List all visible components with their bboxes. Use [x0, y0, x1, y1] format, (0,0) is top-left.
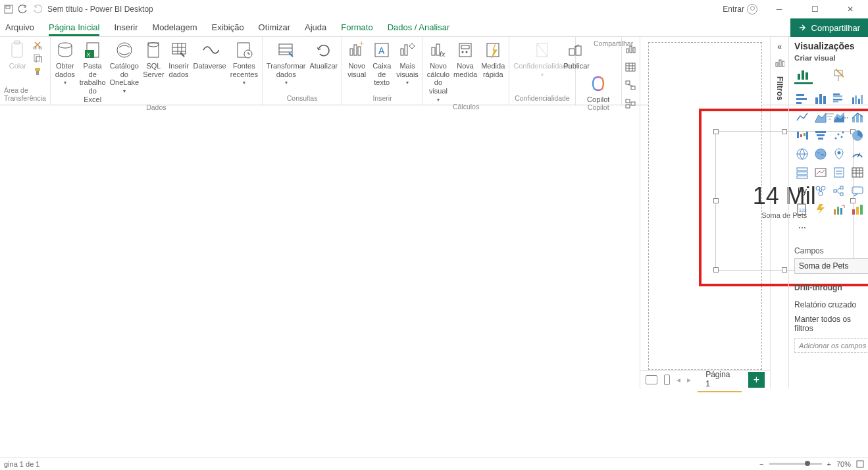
more-visuals-button[interactable]: Mais visuais▾ [396, 39, 419, 86]
desktop-layout-icon[interactable] [646, 375, 657, 384]
area-chart-icon[interactable] [813, 109, 829, 125]
map-icon[interactable] [794, 146, 810, 162]
zoom-out-button[interactable]: − [759, 460, 763, 468]
line-stacked-column-icon[interactable] [850, 109, 865, 125]
key-influencers-icon[interactable] [813, 183, 829, 199]
multi-row-card-icon[interactable] [794, 165, 810, 180]
copy-icon[interactable] [32, 53, 43, 63]
svg-rect-22 [354, 45, 357, 55]
tab-otimizar[interactable]: Otimizar [259, 22, 290, 36]
recent-sources-button[interactable]: Fontes recentes▾ [230, 39, 258, 86]
pie-icon[interactable] [850, 128, 865, 144]
new-visual-calc-button[interactable]: fxNovo cálculo do visual▾ [427, 39, 449, 103]
more-ellipsis-icon[interactable]: ⋯ [794, 220, 810, 236]
tab-ajuda[interactable]: Ajuda [305, 22, 326, 36]
power-automate-icon[interactable] [813, 201, 829, 217]
next-page-icon[interactable]: ▸ [687, 375, 691, 384]
maximize-button[interactable]: ☐ [801, 0, 829, 18]
cut-icon[interactable] [32, 39, 43, 50]
azure-map-icon[interactable] [831, 146, 847, 162]
redo-icon[interactable] [33, 5, 42, 14]
text-box-button[interactable]: ACaixa de texto [371, 39, 392, 87]
fit-page-icon[interactable] [856, 460, 864, 468]
excel-workbook-button[interactable]: xPasta de trabalho do Excel [80, 39, 106, 103]
onelake-button[interactable]: Catálogo do OneLake▾ [110, 39, 140, 94]
new-visual-button[interactable]: +Novo visual [346, 39, 367, 78]
zoom-slider[interactable] [769, 463, 822, 465]
svg-text:123: 123 [799, 208, 807, 213]
decomposition-tree-icon[interactable] [831, 183, 847, 199]
goals-icon[interactable] [850, 201, 865, 217]
scatter-icon[interactable] [831, 128, 847, 144]
tab-pagina-inicial[interactable]: Página Inicial [49, 22, 99, 36]
qa-visual-icon[interactable] [850, 183, 865, 199]
minimize-button[interactable]: ─ [765, 0, 793, 18]
report-canvas[interactable]: ⋯ 14 Mil Soma de Pets 2,61 Média de Pets [648, 42, 762, 370]
waterfall-icon[interactable] [794, 128, 810, 144]
close-button[interactable]: ✕ [836, 0, 864, 18]
field-well-item[interactable]: Soma de Pets ⌄✕ [794, 258, 868, 274]
sign-in-button[interactable]: Entrar [723, 4, 757, 14]
zoom-in-button[interactable]: + [827, 460, 831, 468]
power-apps-icon[interactable]: 123 [794, 201, 810, 217]
sensitivity-icon [532, 39, 553, 61]
table-view-icon[interactable] [625, 62, 636, 72]
clustered-column-icon[interactable] [850, 91, 865, 107]
copilot-button[interactable]: Copilot [587, 73, 609, 104]
prev-page-icon[interactable]: ◂ [677, 375, 680, 384]
new-measure-button[interactable]: Nova medida [453, 39, 477, 78]
transform-data-button[interactable]: Transformar dados▾ [267, 39, 306, 86]
python-visual-icon[interactable]: Py [794, 183, 810, 199]
mobile-layout-icon[interactable] [664, 375, 670, 385]
page-tab-1[interactable]: Página 1 [698, 367, 742, 392]
share-button[interactable]: Compartilhar [790, 18, 868, 37]
stacked-column-icon[interactable] [813, 91, 829, 107]
refresh-button[interactable]: Atualizar [309, 39, 338, 70]
format-visual-tab[interactable] [830, 66, 848, 84]
group-sensitivity-label: Confidencialidade [515, 94, 569, 103]
table-icon[interactable] [850, 165, 865, 180]
tab-modelagem[interactable]: Modelagem [153, 22, 197, 36]
collapse-chevron-icon[interactable]: « [777, 42, 782, 51]
visualization-gallery: 123 123 R Py 123 ⋯ [794, 91, 868, 236]
clustered-bar-icon[interactable] [831, 91, 847, 107]
svg-point-34 [462, 51, 464, 53]
dataverse-button[interactable]: Dataverse [193, 39, 226, 70]
format-painter-icon[interactable] [32, 66, 43, 76]
line-chart-icon[interactable] [794, 109, 810, 125]
model-view-icon[interactable] [625, 80, 636, 91]
get-data-button[interactable]: Obter dados▾ [55, 39, 76, 86]
funnel-icon[interactable] [813, 128, 829, 144]
gauge-icon[interactable] [850, 146, 865, 162]
dax-view-icon[interactable] [625, 99, 636, 109]
analytics-tab[interactable] [865, 66, 868, 84]
add-page-button[interactable]: + [748, 372, 765, 388]
save-icon[interactable] [4, 5, 13, 14]
svg-rect-2 [12, 43, 22, 57]
tab-inserir[interactable]: Inserir [114, 22, 138, 36]
svg-rect-129 [852, 187, 863, 194]
add-drill-fields[interactable]: Adicionar os campos de dr… [794, 338, 868, 353]
build-visual-tab[interactable] [794, 66, 813, 84]
tab-arquivo[interactable]: Arquivo [5, 22, 34, 36]
sql-server-button[interactable]: SQL Server [143, 39, 164, 78]
filled-map-icon[interactable] [813, 146, 829, 162]
score-card-icon[interactable] [831, 201, 847, 217]
undo-icon[interactable] [18, 5, 28, 14]
tab-exibicao[interactable]: Exibição [211, 22, 243, 36]
publish-icon [566, 39, 587, 61]
kpi-icon[interactable] [813, 165, 829, 180]
svg-rect-15 [148, 43, 159, 57]
stacked-bar-icon[interactable] [794, 91, 810, 107]
stacked-area-icon[interactable] [831, 109, 847, 125]
sensitivity install-button[interactable]: Confidencialidade▾ [513, 39, 571, 78]
tab-formato[interactable]: Formato [341, 22, 372, 36]
paste-button[interactable]: Colar [7, 39, 28, 70]
svg-rect-133 [834, 209, 836, 215]
report-view-icon[interactable] [625, 43, 636, 54]
tab-dados-analisar[interactable]: Dados / Analisar [388, 22, 450, 36]
enter-data-button[interactable]: Inserir dados [168, 39, 190, 78]
quick-measure-button[interactable]: Medida rápida [481, 39, 505, 78]
publish-button[interactable]: Publicar [563, 39, 590, 70]
slicer-icon[interactable] [831, 165, 847, 180]
